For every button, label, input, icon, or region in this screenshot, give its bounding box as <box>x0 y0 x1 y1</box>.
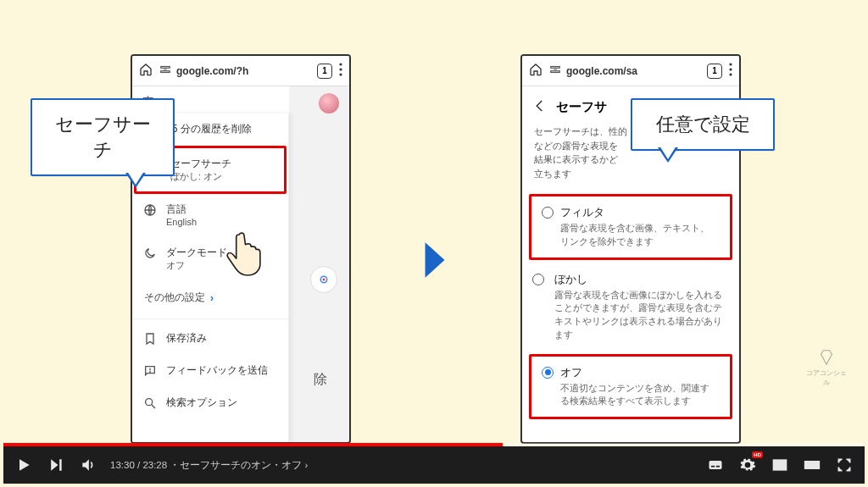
svg-point-7 <box>323 279 326 281</box>
svg-point-3 <box>339 63 342 65</box>
radio-selected-icon <box>542 367 554 379</box>
page-title: セーフサ <box>556 99 607 115</box>
callout-tail <box>658 147 678 163</box>
moon-icon <box>142 246 158 261</box>
theater-button[interactable] <box>802 455 822 475</box>
menu-sublabel: ぼかし: オン <box>170 170 231 183</box>
menu-label: セーフサーチ <box>170 157 231 170</box>
option-sub: 露骨な表現を含む画像にぼかしを入れることができますが、露骨な表現を含むテキストや… <box>554 289 727 342</box>
site-info-icon[interactable] <box>549 64 561 78</box>
url-display[interactable]: google.com/sa <box>549 64 700 78</box>
svg-rect-23 <box>711 466 715 468</box>
svg-line-15 <box>152 405 155 408</box>
option-filter[interactable]: フィルタ 露骨な表現を含む画像、テキスト、リンクを除外できます <box>529 194 732 260</box>
menu-feedback[interactable]: フィードバックを送信 <box>132 355 288 387</box>
tab-count[interactable]: 1 <box>707 64 722 79</box>
url-text: google.com/?h <box>176 65 248 77</box>
svg-rect-27 <box>805 462 820 468</box>
svg-point-5 <box>339 73 342 75</box>
menu-label: その他の設定 <box>144 291 205 305</box>
arrow-right-icon <box>420 239 449 285</box>
menu-label: 15 分の履歴を削除 <box>166 122 252 136</box>
menu-search-options[interactable]: 検索オプション <box>132 387 288 419</box>
callout-text: セーフサーチ <box>55 113 151 160</box>
menu-label: 検索オプション <box>166 396 237 409</box>
subtitles-button[interactable] <box>705 455 726 475</box>
option-title: フィルタ <box>560 205 718 220</box>
callout-text: 任意で設定 <box>656 113 750 135</box>
svg-point-20 <box>729 68 732 70</box>
menu-language[interactable]: 言語 English <box>132 194 288 237</box>
chapter-title[interactable]: ・セーフサーチのオン・オフ <box>170 460 302 470</box>
avatar[interactable] <box>319 93 339 113</box>
menu-dots-icon[interactable] <box>339 63 342 80</box>
player-controls: 13:30 / 23:28 ・セーフサーチのオン・オフ › <box>3 446 865 484</box>
option-sub: 不適切なコンテンツを含め、関連する検索結果をすべて表示します <box>560 382 718 409</box>
svg-rect-17 <box>551 71 560 73</box>
svg-rect-24 <box>716 466 720 468</box>
chevron-right-icon: › <box>305 460 309 470</box>
svg-point-4 <box>339 68 342 70</box>
callout-left: セーフサーチ <box>31 98 175 176</box>
svg-point-14 <box>146 399 153 406</box>
menu-dots-icon[interactable] <box>729 63 732 80</box>
bg-text-fragment: 除 <box>314 371 327 389</box>
menu-darkmode[interactable]: ダークモード オフ <box>132 237 288 280</box>
address-bar: google.com/?h 1 <box>132 56 349 86</box>
callout-right: 任意で設定 <box>631 98 775 151</box>
chevron-right-icon: › <box>210 292 214 304</box>
option-blur[interactable]: ぼかし 露骨な表現を含む画像にぼかしを入れることができますが、露骨な表現を含むテ… <box>522 263 739 351</box>
globe-icon <box>142 202 158 218</box>
radio-icon <box>542 207 554 219</box>
menu-label: 言語 <box>166 202 197 216</box>
video-content: google.com/?h 1 定 います 除 15 分の履歴を削除 セーフ <box>3 3 865 443</box>
watermark-text: コアコンシェル <box>804 368 849 387</box>
svg-point-21 <box>729 73 732 75</box>
fullscreen-button[interactable] <box>834 455 854 475</box>
lens-icon[interactable] <box>310 266 337 293</box>
menu-sublabel: English <box>166 216 197 229</box>
radio-icon <box>532 274 544 285</box>
home-icon[interactable] <box>139 63 153 80</box>
search-icon <box>142 396 158 411</box>
menu-label: ダークモード <box>166 246 227 259</box>
address-bar: google.com/sa 1 <box>522 56 739 86</box>
svg-point-13 <box>150 372 151 373</box>
feedback-icon <box>142 363 158 379</box>
settings-button[interactable] <box>737 455 758 475</box>
url-text: google.com/sa <box>566 65 637 77</box>
svg-rect-16 <box>551 67 560 69</box>
option-sub: 露骨な表現を含む画像、テキスト、リンクを除外できます <box>560 222 718 249</box>
menu-sublabel: オフ <box>166 259 227 272</box>
svg-rect-26 <box>780 465 785 468</box>
next-button[interactable] <box>46 455 66 475</box>
back-icon[interactable] <box>532 98 548 116</box>
volume-button[interactable] <box>78 455 98 475</box>
dimmed-background <box>289 86 349 442</box>
menu-other-settings[interactable]: その他の設定 › <box>132 280 288 315</box>
svg-rect-1 <box>161 71 170 73</box>
pointer-hand-icon <box>222 230 264 279</box>
svg-rect-22 <box>709 461 722 469</box>
url-display[interactable]: google.com/?h <box>159 64 310 78</box>
menu-saved[interactable]: 保存済み <box>132 323 288 355</box>
option-off[interactable]: オフ 不適切なコンテンツを含め、関連する検索結果をすべて表示します <box>529 354 732 420</box>
home-icon[interactable] <box>529 63 542 80</box>
bookmark-icon <box>142 331 158 346</box>
svg-rect-0 <box>161 67 170 69</box>
site-info-icon[interactable] <box>159 64 171 78</box>
menu-label: 保存済み <box>166 331 207 345</box>
play-button[interactable] <box>14 455 34 475</box>
menu-label: フィードバックを送信 <box>166 363 268 377</box>
miniplayer-button[interactable] <box>770 455 790 475</box>
separator <box>132 318 288 319</box>
time-display: 13:30 / 23:28 ・セーフサーチのオン・オフ › <box>110 459 308 472</box>
option-title: ぼかし <box>554 272 727 287</box>
tab-count[interactable]: 1 <box>317 64 332 79</box>
callout-tail <box>125 173 146 188</box>
svg-point-19 <box>729 63 732 65</box>
watermark: コアコンシェル <box>804 348 849 387</box>
option-title: オフ <box>560 365 718 380</box>
